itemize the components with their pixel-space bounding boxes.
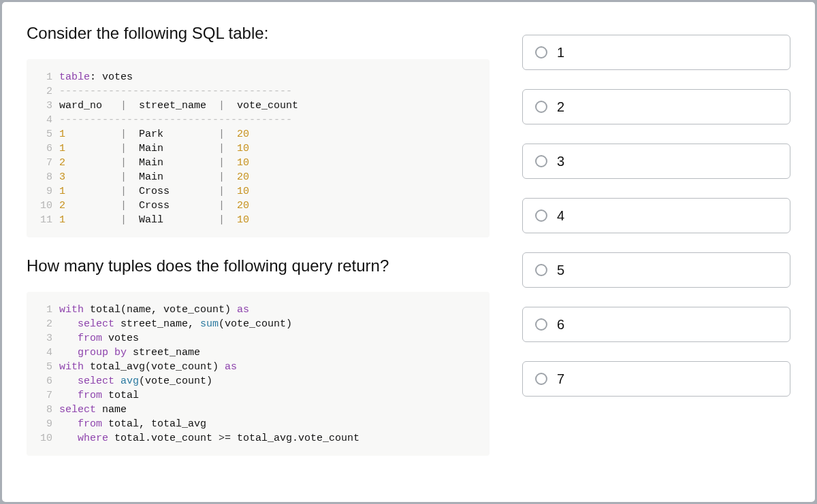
line-number: 1 [33,303,52,317]
code-token: table [59,70,90,84]
line-number: 1 [33,70,52,84]
code-token: | [121,141,127,156]
code-token [59,317,78,331]
radio-icon [535,46,547,58]
code-token: from [78,417,102,431]
line-number: 5 [33,360,52,374]
code-token: Main [127,170,219,184]
line-number: 8 [33,170,52,184]
code-token: as [237,303,249,317]
code-token: 20 [237,199,249,213]
radio-icon [535,155,547,167]
code-line: 1table: votes [33,70,483,84]
option-label: 7 [557,371,564,387]
code-line: 1with total(name, vote_count) as [33,303,483,317]
option-label: 3 [557,154,564,169]
code-token: total [102,388,139,403]
code-token: >= [219,431,231,446]
code-token: | [121,99,127,113]
line-number: 8 [33,403,52,417]
code-token: | [219,99,225,113]
code-token [65,184,121,199]
code-token: | [219,156,225,170]
line-number: 4 [33,113,52,127]
code-token: | [121,199,127,213]
code-token [65,213,121,227]
option-label: 4 [557,208,564,224]
radio-icon [535,373,547,385]
code-token [225,184,237,199]
code-token: 10 [237,156,249,170]
code-token [65,156,121,170]
answer-option-5[interactable]: 5 [522,252,790,288]
code-token: street_name, [114,317,200,331]
code-token: from [78,388,102,403]
code-token: | [219,213,225,227]
line-number: 2 [33,317,52,331]
code-token: | [219,141,225,156]
code-token: Cross [127,199,219,213]
code-line: 91 | Cross | 10 [33,184,483,199]
code-line: 51 | Park | 20 [33,127,483,141]
code-token: group by [78,346,127,360]
code-token: Main [127,141,219,156]
code-token: where [78,431,108,446]
answer-option-3[interactable]: 3 [522,144,790,179]
code-token: with [59,360,84,374]
code-token: : votes [90,70,133,84]
code-token [225,213,237,227]
code-token [65,141,121,156]
table-code-block: 1table: votes2--------------------------… [27,59,490,237]
code-token: 1 [59,184,65,199]
code-token: | [219,199,225,213]
code-token: Cross [127,184,219,199]
code-token: 10 [237,213,249,227]
radio-icon [535,101,547,113]
answer-option-2[interactable]: 2 [522,89,790,124]
line-number: 9 [33,184,52,199]
line-number: 7 [33,156,52,170]
code-token: -------------------------------------- [59,84,292,99]
code-token: | [121,170,127,184]
question-card: Consider the following SQL table: 1table… [0,0,817,504]
code-token: 20 [237,127,249,141]
radio-icon [535,318,547,331]
radio-icon [535,264,547,276]
code-token: 1 [59,141,65,156]
code-line: 2 select street_name, sum(vote_count) [33,317,483,331]
line-number: 6 [33,141,52,156]
line-number: 7 [33,388,52,403]
code-token: avg [121,374,139,388]
code-line: 4 group by street_name [33,346,483,360]
code-token: votes [102,331,139,346]
prompt-text-2: How many tuples does the following query… [27,256,490,275]
line-number: 3 [33,331,52,346]
code-token: total_avg.vote_count [231,431,359,446]
code-line: 111 | Wall | 10 [33,213,483,227]
answer-option-7[interactable]: 7 [522,361,790,397]
code-token: ward_no [59,99,121,113]
code-token [59,431,78,446]
line-number: 5 [33,127,52,141]
answer-options: 1234567 [522,24,790,475]
code-token: | [121,127,127,141]
code-token [225,127,237,141]
answer-option-4[interactable]: 4 [522,198,790,233]
option-label: 6 [557,317,564,333]
code-line: 72 | Main | 10 [33,156,483,170]
line-number: 2 [33,84,52,99]
answer-option-1[interactable]: 1 [522,35,790,70]
code-line: 6 select avg(vote_count) [33,374,483,388]
code-line: 61 | Main | 10 [33,141,483,156]
answer-option-6[interactable]: 6 [522,307,790,342]
code-line: 83 | Main | 20 [33,170,483,184]
code-token: 1 [59,213,65,227]
code-line: 5with total_avg(vote_count) as [33,360,483,374]
code-token: | [219,127,225,141]
code-token: Wall [127,213,219,227]
line-number: 10 [33,431,52,446]
code-token [65,127,121,141]
code-token: street_name [127,346,200,360]
code-token: | [219,170,225,184]
code-line: 3ward_no | street_name | vote_count [33,99,483,113]
